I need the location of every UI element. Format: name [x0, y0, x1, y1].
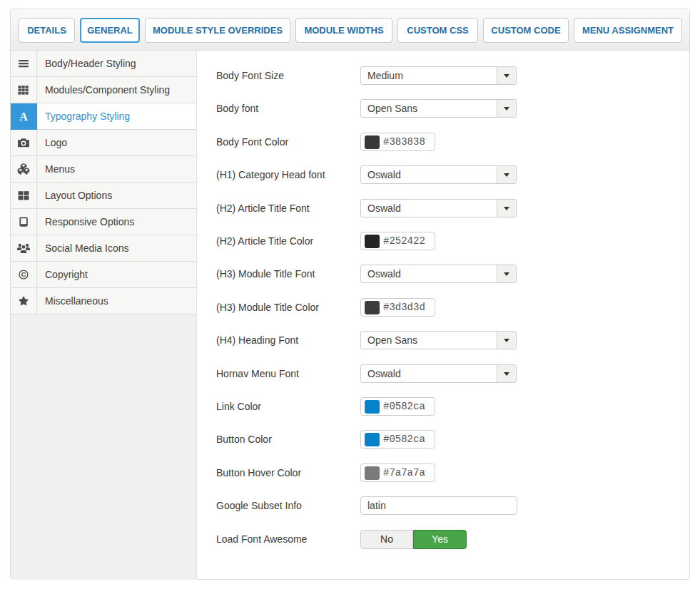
svg-text:C: C [21, 270, 26, 278]
svg-text:A: A [19, 111, 28, 123]
